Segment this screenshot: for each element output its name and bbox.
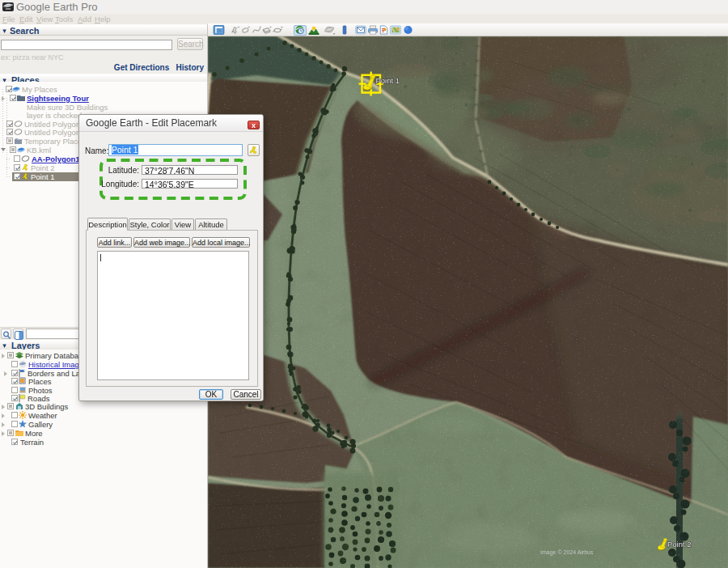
- svg-text:Image © 2024 Airbus: Image © 2024 Airbus: [540, 549, 594, 556]
- svg-text:+: +: [248, 25, 250, 29]
- svg-text:+: +: [259, 25, 261, 29]
- svg-text:+: +: [281, 25, 283, 29]
- svg-text:Point 1: Point 1: [376, 76, 400, 85]
- svg-text:+: +: [237, 25, 239, 29]
- svg-text:Point 2: Point 2: [667, 540, 692, 549]
- svg-text:+: +: [269, 25, 272, 29]
